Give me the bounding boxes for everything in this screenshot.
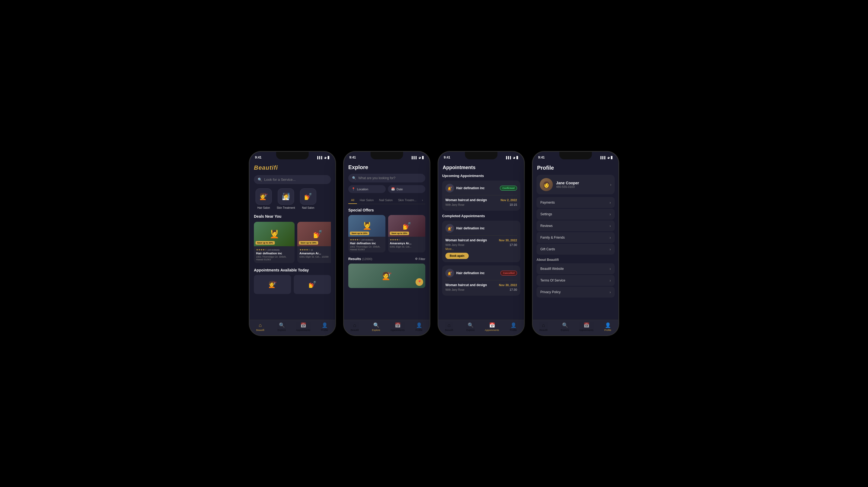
upcoming-salon-row: 💇 Hair defination inc [445, 184, 485, 193]
filter-btn[interactable]: ⚙ Filter [415, 257, 425, 261]
nav-appts-4[interactable]: 📅 Appoinments [578, 322, 595, 332]
today-appt-2[interactable]: 💅 [294, 275, 331, 294]
nav-home-label-1: Beautifi [256, 329, 264, 332]
nav-profile-2[interactable]: 👤 Profile [411, 322, 427, 332]
bottom-nav-1: ⌂ Beautifi 🔍 Explore 📅 Appoinments 👤 Pro… [250, 320, 335, 335]
completed-title: Completed Appointments [442, 214, 520, 218]
completed-with-1: With Jany Rose [445, 244, 464, 247]
special-card-1[interactable]: 💆 Save up to 20% ★★★★☆ (16 reviews) Hair… [348, 215, 385, 253]
salon-name-c2: Hair defination inc [456, 271, 485, 275]
nav-appts-3[interactable]: 📅 Appoinments [484, 322, 500, 332]
nav-explore-1[interactable]: 🔍 Explore [274, 322, 290, 332]
location-pin-badge: 📍 [415, 278, 423, 286]
deals-title: Deals Near You [254, 214, 331, 219]
profile-nav-icon-3: 👤 [510, 322, 517, 328]
appts-nav-icon-4: 📅 [584, 322, 589, 328]
completed-with-2: With Jany Rose [445, 288, 464, 291]
status-cancelled-badge: Cancelled [500, 270, 517, 276]
today-appt-1[interactable]: 💇 [254, 275, 291, 294]
nav-home-3[interactable]: ⌂ Beautifi [441, 322, 457, 332]
menu-website[interactable]: Beautifi Website › [536, 263, 615, 274]
nav-home-1[interactable]: ⌂ Beautifi [252, 322, 269, 332]
appts-nav-icon-3: 📅 [489, 322, 495, 328]
tab-nail-salon[interactable]: Nail Salon [376, 197, 396, 204]
wifi-icon-3: ◕ [513, 156, 516, 159]
status-bar-3: 9:41 ▌▌▌ ◕ ▊ [438, 152, 524, 161]
nav-explore-4[interactable]: 🔍 Explore [557, 322, 573, 332]
search-icon: 🔍 [258, 177, 262, 181]
website-chevron: › [610, 266, 611, 271]
deal-card-1[interactable]: 💆 Save up to 20% ★★★★☆ (16 reviews) Hair… [254, 222, 294, 263]
menu-settings[interactable]: Settings › [536, 209, 615, 220]
wifi-icon-2: ◕ [418, 156, 421, 159]
nav-explore-2[interactable]: 🔍 Explore [368, 322, 384, 332]
salon-name-c1: Hair defination inc [456, 226, 485, 230]
completed-date-1: Nov 30, 2022 [499, 239, 517, 242]
menu-reviews[interactable]: Reviews › [536, 221, 615, 231]
tab-all[interactable]: All [348, 197, 357, 204]
nav-profile-3[interactable]: 👤 Profile [505, 322, 522, 332]
upcoming-appt-1[interactable]: 💇 Hair defination inc Confirmed Woman ha… [442, 180, 520, 211]
more-link[interactable]: More... [445, 248, 517, 251]
deal-card-2[interactable]: 💅 Save up to 35% ★★★★☆ (1 Amaramys Ar...… [297, 222, 331, 263]
status-bar-4: 9:41 ▌▌▌ ◕ ▊ [533, 152, 618, 161]
phone-appointments: 9:41 ▌▌▌ ◕ ▊ Appointments Upcoming Appoi… [438, 151, 525, 336]
status-time-1: 9:41 [255, 155, 261, 159]
book-again-button[interactable]: Book again [445, 253, 469, 259]
status-confirmed-badge: Confirmed [500, 186, 517, 191]
profile-user-card[interactable]: 👩 Jane Cooper 480-555-0103 › [536, 175, 615, 194]
completed-service-2: Woman haircut and design [445, 283, 487, 287]
completed-salon-row-1: 💇 Hair defination inc [445, 224, 485, 233]
menu-tos[interactable]: Terms Of Service › [536, 275, 615, 286]
cat-hair-label: Hair Salon [257, 206, 270, 209]
menu-giftcards[interactable]: Gift Cards › [536, 244, 615, 255]
home-search-bar[interactable]: 🔍 Look for a Service... [254, 175, 331, 184]
status-icons-2: ▌▌▌ ◕ ▊ [412, 156, 424, 159]
explore-search-icon: 🔍 [352, 176, 356, 180]
nav-home-2[interactable]: ⌂ Beautifi [347, 322, 363, 332]
battery-icon-3: ▊ [517, 156, 519, 159]
filters-row: 📍 Location 📅 Date [348, 185, 425, 193]
available-today-title: Appointments Available Today [254, 268, 331, 272]
phone-profile: 9:41 ▌▌▌ ◕ ▊ Profile 👩 Jane Cooper [532, 151, 619, 336]
privacy-label: Privacy Policy [540, 290, 561, 294]
payments-label: Payments [540, 201, 555, 204]
home-nav-icon-3: ⌂ [447, 322, 451, 328]
nav-profile-4[interactable]: 👤 Profile [600, 322, 616, 332]
deal-name-1: Hair defination inc [256, 252, 292, 255]
nav-explore-3[interactable]: 🔍 Explore [463, 322, 479, 332]
explore-title: Explore [348, 164, 425, 170]
cat-hair-salon[interactable]: 💇 Hair Salon [254, 189, 273, 209]
special-img-2: 💅 Save up to 35% [388, 215, 425, 237]
results-row: Results (12000) ⚙ Filter [348, 257, 425, 261]
signal-icon-3: ▌▌▌ [506, 156, 512, 159]
nav-profile-1[interactable]: 👤 Profile [316, 322, 333, 332]
location-filter[interactable]: 📍 Location [348, 185, 386, 193]
completed-appt-1[interactable]: 💇 Hair defination inc Woman haircut and … [442, 221, 520, 262]
location-icon: 📍 [351, 187, 355, 191]
nav-home-4[interactable]: ⌂ Beautifi [535, 322, 552, 332]
signal-icon: ▌▌▌ [317, 156, 323, 159]
explore-search-bar[interactable]: 🔍 What are you looking for? [348, 174, 425, 182]
cat-skin[interactable]: 🧖 Skin Treatment [276, 189, 296, 209]
menu-privacy[interactable]: Privacy Policy › [536, 287, 615, 297]
categories-row: 💇 Hair Salon 🧖 Skin Treatment 💅 Nail Sal… [254, 189, 331, 209]
nav-appts-label-4: Appoinments [579, 329, 593, 332]
cat-nail[interactable]: 💅 Nail Salon [299, 189, 318, 209]
home-nav-icon: ⌂ [259, 322, 262, 328]
result-img-1[interactable]: 💇 📍 [348, 264, 425, 288]
nav-appts-1[interactable]: 📅 Appoinments [295, 322, 311, 332]
special-stars-1: ★★★★☆ (16 reviews) [350, 238, 384, 241]
nav-appts-2[interactable]: 📅 Appoinments [390, 322, 406, 332]
menu-payments[interactable]: Payments › [536, 197, 615, 208]
date-filter[interactable]: 📅 Date [388, 185, 425, 193]
tab-hair-salon[interactable]: Hair Salon [357, 197, 376, 204]
status-bar-1: 9:41 ▌▌▌ ◕ ▊ [250, 152, 335, 161]
completed-appt-2[interactable]: 💇 Hair defination inc Cancelled Woman ha… [442, 265, 520, 296]
menu-family[interactable]: Family & Friends › [536, 232, 615, 243]
tab-more[interactable]: › [420, 197, 426, 204]
home-nav-icon-2: ⌂ [353, 322, 356, 328]
special-card-2[interactable]: 💅 Save up to 35% ★★★★☆ Amaramys Ar... 63… [388, 215, 425, 253]
tab-skin-treatment[interactable]: Skin Treatm... [396, 197, 420, 204]
status-icons-4: ▌▌▌ ◕ ▊ [600, 156, 613, 159]
